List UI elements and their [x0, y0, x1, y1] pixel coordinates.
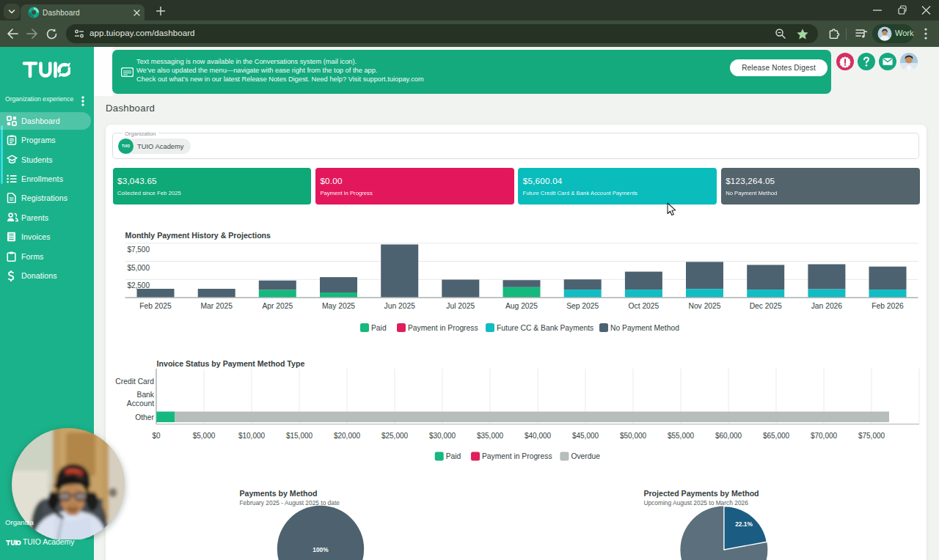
svg-text:22.1%: 22.1% [735, 520, 753, 528]
svg-text:100%: 100% [313, 546, 329, 553]
svg-text:No Payment Method: No Payment Method [610, 324, 679, 332]
svg-text:Feb 2026: Feb 2026 [872, 302, 904, 310]
svg-text:$30,000: $30,000 [429, 432, 456, 440]
svg-text:$55,000: $55,000 [668, 432, 695, 440]
svg-text:$25,000: $25,000 [381, 432, 409, 440]
svg-text:Other: Other [135, 413, 154, 421]
svg-text:Overdue: Overdue [571, 452, 600, 460]
svg-text:$20,000: $20,000 [334, 432, 361, 440]
svg-text:Bank: Bank [137, 391, 155, 399]
svg-text:Future CC & Bank Payments: Future CC & Bank Payments [497, 324, 593, 332]
svg-text:Projected Payments by Method: Projected Payments by Method [643, 489, 759, 498]
svg-text:Aug 2025: Aug 2025 [505, 302, 538, 310]
svg-text:$75,000: $75,000 [858, 432, 885, 440]
svg-text:Invoice Status by Payment Meth: Invoice Status by Payment Method Type [157, 359, 305, 368]
svg-text:$50,000: $50,000 [620, 432, 647, 440]
svg-text:Jul 2025: Jul 2025 [446, 302, 475, 310]
svg-text:Credit Card: Credit Card [115, 377, 154, 386]
svg-text:$45,000: $45,000 [572, 432, 599, 440]
svg-text:$0: $0 [152, 432, 161, 440]
svg-text:Account: Account [127, 399, 154, 408]
svg-text:Monthly Payment History & Proj: Monthly Payment History & Projections [125, 231, 271, 240]
svg-text:$65,000: $65,000 [763, 432, 790, 440]
svg-text:Paid: Paid [371, 324, 387, 332]
svg-text:$5,000: $5,000 [193, 432, 216, 440]
svg-text:$5,000: $5,000 [127, 264, 150, 272]
svg-text:Sep 2025: Sep 2025 [566, 302, 599, 310]
svg-text:Payment in Progress: Payment in Progress [482, 452, 552, 460]
svg-text:Oct 2025: Oct 2025 [629, 302, 660, 310]
svg-text:$15,000: $15,000 [286, 432, 313, 440]
svg-text:$35,000: $35,000 [477, 432, 504, 440]
svg-text:$70,000: $70,000 [811, 432, 838, 440]
svg-text:Mar 2025: Mar 2025 [200, 302, 233, 310]
svg-text:February 2025 - August 2025 to: February 2025 - August 2025 to date [240, 499, 340, 506]
svg-text:$40,000: $40,000 [525, 432, 552, 440]
svg-text:Jun 2025: Jun 2025 [384, 302, 416, 310]
svg-text:$2,500: $2,500 [127, 281, 150, 290]
svg-text:Payments by Method: Payments by Method [240, 489, 318, 498]
svg-text:$60,000: $60,000 [715, 432, 742, 440]
svg-text:$7,500: $7,500 [127, 246, 150, 254]
svg-text:Feb 2025: Feb 2025 [139, 302, 172, 310]
svg-text:Payment in Progress: Payment in Progress [408, 324, 478, 332]
svg-text:Apr 2025: Apr 2025 [262, 302, 293, 310]
svg-text:Upcoming August 2025 to March: Upcoming August 2025 to March 2026 [643, 499, 748, 506]
svg-text:$10,000: $10,000 [238, 432, 266, 440]
svg-text:Paid: Paid [446, 452, 461, 460]
svg-text:Jan 2026: Jan 2026 [811, 302, 843, 310]
svg-text:May 2025: May 2025 [322, 302, 355, 310]
svg-text:Nov 2025: Nov 2025 [688, 302, 720, 310]
svg-text:Dec 2025: Dec 2025 [750, 302, 782, 310]
